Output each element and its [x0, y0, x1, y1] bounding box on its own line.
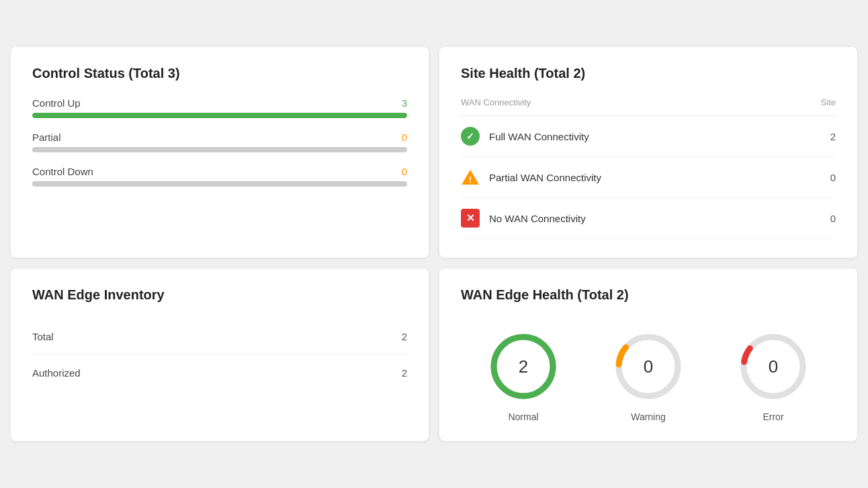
normal-donut-item: 2 Normal — [486, 330, 560, 422]
control-up-bar-bg — [32, 113, 407, 118]
control-down-row: Control Down 0 — [32, 166, 407, 187]
wan-edge-inventory-card: WAN Edge Inventory Total 2 Authorized 2 — [11, 269, 429, 441]
partial-wan-value: 0 — [799, 157, 836, 198]
no-wan-cell: ✕ No WAN Connectivity — [461, 198, 799, 239]
normal-value: 2 — [519, 356, 528, 377]
site-health-title: Site Health (Total 2) — [461, 66, 836, 81]
green-check-icon: ✓ — [461, 127, 480, 146]
normal-donut: 2 — [486, 330, 560, 403]
control-down-bar-bg — [32, 181, 407, 187]
partial-bar-fill — [32, 147, 407, 152]
control-up-bar-fill — [32, 113, 407, 118]
no-wan-value: 0 — [799, 198, 836, 239]
control-up-value: 3 — [402, 97, 407, 109]
inventory-authorized-label: Authorized — [32, 367, 81, 379]
control-down-label: Control Down — [32, 166, 93, 177]
partial-value: 0 — [402, 132, 407, 143]
full-wan-value: 2 — [799, 116, 836, 157]
partial-wan-label: Partial WAN Connectivity — [489, 172, 601, 183]
donut-row: 2 Normal 0 Warning — [461, 319, 836, 422]
orange-warning-icon: ! — [461, 168, 480, 187]
table-row: ✓ Full WAN Connectivity 2 — [461, 116, 836, 157]
control-status-title: Control Status (Total 3) — [32, 66, 407, 81]
full-wan-label: Full WAN Connectivity — [489, 131, 589, 142]
partial-label: Partial — [32, 132, 61, 143]
control-down-value: 0 — [402, 166, 407, 177]
error-label: Error — [763, 411, 783, 422]
error-donut: 0 — [736, 330, 810, 403]
control-up-row: Control Up 3 — [32, 97, 407, 118]
partial-row: Partial 0 — [32, 132, 407, 152]
warning-label: Warning — [631, 411, 666, 422]
partial-bar-bg — [32, 147, 407, 152]
partial-wan-cell: ! Partial WAN Connectivity — [461, 157, 799, 198]
no-wan-label: No WAN Connectivity — [489, 213, 586, 224]
control-status-card: Control Status (Total 3) Control Up 3 Pa… — [11, 47, 429, 258]
red-x-icon: ✕ — [461, 209, 480, 228]
inventory-total-label: Total — [32, 331, 54, 342]
wan-edge-health-card: WAN Edge Health (Total 2) 2 Normal — [439, 269, 857, 441]
full-wan-cell: ✓ Full WAN Connectivity — [461, 116, 799, 157]
warning-donut: 0 — [611, 330, 685, 403]
inventory-authorized-row: Authorized 2 — [32, 355, 407, 391]
table-row: ! Partial WAN Connectivity 0 — [461, 157, 836, 198]
wan-edge-inventory-title: WAN Edge Inventory — [32, 287, 407, 303]
control-up-label: Control Up — [32, 97, 81, 109]
dashboard: Control Status (Total 3) Control Up 3 Pa… — [11, 47, 857, 441]
col-site: Site — [799, 97, 836, 116]
error-donut-item: 0 Error — [736, 330, 810, 422]
wan-edge-health-title: WAN Edge Health (Total 2) — [461, 287, 836, 303]
error-value: 0 — [769, 356, 778, 377]
table-row: ✕ No WAN Connectivity 0 — [461, 198, 836, 239]
warning-value: 0 — [644, 356, 653, 377]
site-health-table: WAN Connectivity Site ✓ Full WAN Connect… — [461, 97, 836, 239]
warning-donut-item: 0 Warning — [611, 330, 685, 422]
normal-label: Normal — [508, 411, 538, 422]
site-health-card: Site Health (Total 2) WAN Connectivity S… — [439, 47, 857, 258]
col-wan-connectivity: WAN Connectivity — [461, 97, 799, 116]
svg-text:!: ! — [469, 175, 472, 185]
inventory-authorized-value: 2 — [402, 367, 407, 379]
control-down-bar-fill — [32, 181, 407, 187]
inventory-total-value: 2 — [402, 331, 407, 342]
inventory-total-row: Total 2 — [32, 319, 407, 355]
